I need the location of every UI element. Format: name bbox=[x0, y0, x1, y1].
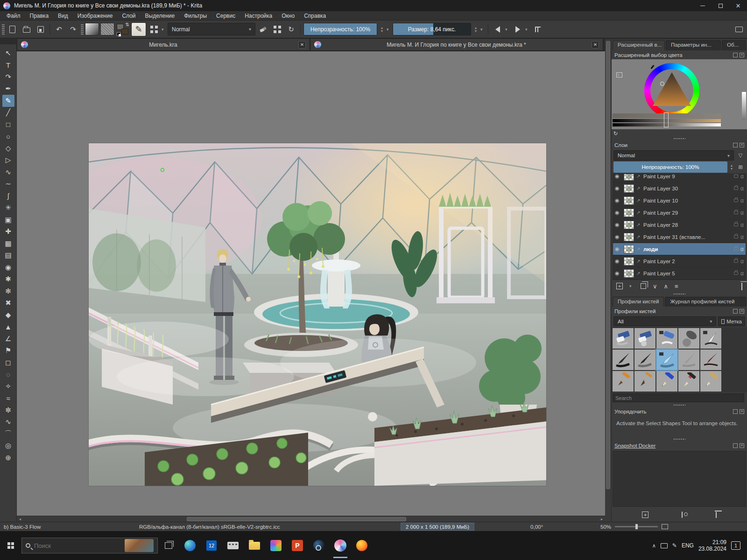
brush-preset-pencil-blue[interactable] bbox=[656, 371, 677, 392]
tool-pattern-edit[interactable]: ✖ bbox=[2, 297, 14, 309]
redo-button[interactable]: ↷ bbox=[67, 23, 79, 35]
remove-snapshot-button[interactable] bbox=[716, 512, 717, 518]
snapshot-list[interactable] bbox=[613, 451, 746, 507]
task-view-button[interactable] bbox=[158, 531, 179, 560]
photos-button[interactable] bbox=[265, 531, 287, 560]
tab-brush-history[interactable]: Журнал профилей кистей bbox=[665, 297, 746, 307]
menu-tools[interactable]: Сервис bbox=[211, 12, 240, 20]
document-tab-1[interactable]: Мигель.kra ✕ bbox=[17, 38, 310, 51]
inherit-alpha-icon[interactable]: ↗ bbox=[636, 198, 641, 203]
float-icon[interactable] bbox=[733, 443, 738, 448]
layer-row[interactable]: ◉↗Paint Layer 10α bbox=[613, 195, 746, 207]
inherit-alpha-icon[interactable]: ↗ bbox=[636, 271, 641, 276]
blending-mode-combo[interactable]: Normal ▾ bbox=[168, 23, 255, 35]
lock-icon[interactable] bbox=[734, 187, 738, 190]
preserve-alpha-button[interactable] bbox=[271, 23, 283, 35]
horizontal-scrollbar[interactable]: ◂ ▸ bbox=[17, 516, 605, 522]
tag-button[interactable]: Метка bbox=[718, 316, 745, 326]
tool-pan[interactable]: ⊕ bbox=[2, 452, 14, 464]
selector-settings-icon[interactable]: ≡ bbox=[616, 72, 622, 77]
default-colors-icon[interactable] bbox=[117, 32, 120, 36]
tab-brush-presets[interactable]: Профили кистей bbox=[613, 297, 664, 307]
vertical-scrollbar[interactable] bbox=[605, 39, 611, 522]
alpha-lock-icon[interactable]: α bbox=[740, 174, 744, 180]
language-indicator[interactable]: ENG bbox=[682, 542, 694, 549]
explorer-button[interactable] bbox=[244, 531, 265, 560]
menu-layer[interactable]: Слой bbox=[117, 12, 140, 20]
vertical-scroll-thumb[interactable] bbox=[606, 41, 610, 489]
tool-bezier-select[interactable]: ∿ bbox=[2, 416, 14, 428]
lock-icon[interactable] bbox=[734, 211, 738, 214]
start-button[interactable] bbox=[0, 531, 21, 560]
visibility-icon[interactable]: ◉ bbox=[615, 222, 621, 228]
keyboard-button[interactable] bbox=[222, 531, 244, 560]
zoom-level[interactable]: 50% bbox=[600, 524, 611, 530]
tool-bezier-curve[interactable]: ∿ bbox=[2, 166, 14, 178]
chevron-down-icon[interactable]: ▾ bbox=[387, 27, 391, 32]
chevron-down-icon[interactable]: ▾ bbox=[505, 27, 510, 32]
tool-smart-patch[interactable]: ✱ bbox=[2, 273, 14, 286]
layer-row[interactable]: ◉↗Paint Layer 2α bbox=[613, 255, 746, 267]
alpha-lock-icon[interactable]: α bbox=[740, 234, 744, 240]
choose-workspace-button[interactable] bbox=[733, 23, 745, 35]
brush-preset-pen-black[interactable] bbox=[613, 350, 634, 370]
wrap-around-button[interactable] bbox=[511, 23, 524, 35]
size-slider[interactable]: Размер: 8,64 пикс. bbox=[393, 23, 471, 35]
brush-preset-eraser-soft[interactable] bbox=[634, 328, 655, 349]
tool-text[interactable]: T bbox=[2, 59, 14, 71]
docker-tab-overview[interactable]: Об... bbox=[722, 40, 746, 50]
size-spinner[interactable]: ▴▾ bbox=[472, 26, 479, 33]
tool-ellipse-select[interactable]: ◌ bbox=[2, 369, 14, 381]
tool-colorize-mask[interactable]: ✻ bbox=[2, 285, 14, 297]
brush-preset-eraser-blue[interactable] bbox=[613, 328, 634, 349]
search-input[interactable] bbox=[34, 542, 109, 549]
docker-tab-tool-options[interactable]: Параметры ин... bbox=[666, 40, 721, 50]
tool-polygon[interactable]: ◇ bbox=[2, 142, 14, 154]
layer-row[interactable]: ◉↗Paint Layer 28α bbox=[613, 219, 746, 231]
inherit-alpha-icon[interactable]: ↗ bbox=[636, 234, 641, 239]
brush-preset-ink-pen[interactable] bbox=[700, 328, 721, 349]
color-selector[interactable]: ≡ ↻ bbox=[612, 59, 747, 129]
close-icon[interactable]: ✕ bbox=[740, 443, 744, 448]
alpha-lock-icon[interactable]: α bbox=[740, 270, 744, 277]
tool-ellipse[interactable]: ○ bbox=[2, 131, 14, 143]
tray-expand-icon[interactable]: ∧ bbox=[652, 543, 656, 549]
tool-freehand-path[interactable]: ∼ bbox=[2, 178, 14, 190]
color-marker[interactable] bbox=[660, 82, 664, 86]
tool-crop[interactable]: ▦ bbox=[2, 238, 14, 250]
menu-settings[interactable]: Настройка bbox=[240, 12, 277, 20]
visibility-icon[interactable]: ◉ bbox=[615, 234, 621, 240]
alpha-lock-icon[interactable]: α bbox=[740, 258, 744, 265]
docker-splitter[interactable] bbox=[612, 137, 747, 140]
duplicate-layer-button[interactable] bbox=[641, 283, 646, 289]
display-tray-icon[interactable] bbox=[661, 543, 668, 548]
lock-icon[interactable] bbox=[734, 223, 738, 226]
taskbar-search[interactable] bbox=[21, 538, 158, 553]
layer-row-selected[interactable]: ◉↗людиα bbox=[613, 243, 746, 255]
close-button[interactable]: ✕ bbox=[729, 0, 747, 11]
steam-button[interactable] bbox=[308, 531, 330, 560]
firefox-button[interactable] bbox=[351, 531, 373, 560]
lock-icon[interactable] bbox=[734, 175, 738, 178]
inherit-alpha-icon[interactable]: ↗ bbox=[636, 210, 641, 215]
tool-magnetic-select[interactable]: ⌒ bbox=[2, 428, 14, 440]
menu-filter[interactable]: Фильтры bbox=[179, 12, 211, 20]
search-highlight-image[interactable] bbox=[125, 539, 154, 552]
inherit-alpha-icon[interactable]: ↗ bbox=[636, 174, 641, 179]
document-tab-2[interactable]: Мигель М. И Глория по книге у Все свои д… bbox=[310, 38, 603, 51]
tool-enclose-fill[interactable]: ▲ bbox=[2, 321, 14, 333]
delete-layer-button[interactable] bbox=[741, 283, 742, 290]
close-icon[interactable]: ✕ bbox=[740, 309, 744, 314]
tool-gradient[interactable]: ▤ bbox=[2, 250, 14, 262]
alpha-lock-icon[interactable]: α bbox=[740, 246, 744, 252]
layer-opacity-spinner[interactable]: ▴▾ bbox=[728, 164, 735, 170]
move-layer-up-button[interactable]: ∧ bbox=[664, 283, 669, 290]
brush-presets-button[interactable] bbox=[148, 23, 160, 35]
menu-edit[interactable]: Правка bbox=[25, 12, 54, 20]
clock[interactable]: 21:09 23.08.2024 bbox=[698, 539, 726, 552]
tool-polyline[interactable]: ▷ bbox=[2, 154, 14, 167]
opacity-slider[interactable]: Непрозрачность: 100% bbox=[303, 23, 377, 35]
tool-rect-select[interactable]: ◻ bbox=[2, 357, 14, 369]
filter-icon[interactable]: ▽ bbox=[736, 150, 745, 161]
float-icon[interactable] bbox=[733, 143, 738, 147]
